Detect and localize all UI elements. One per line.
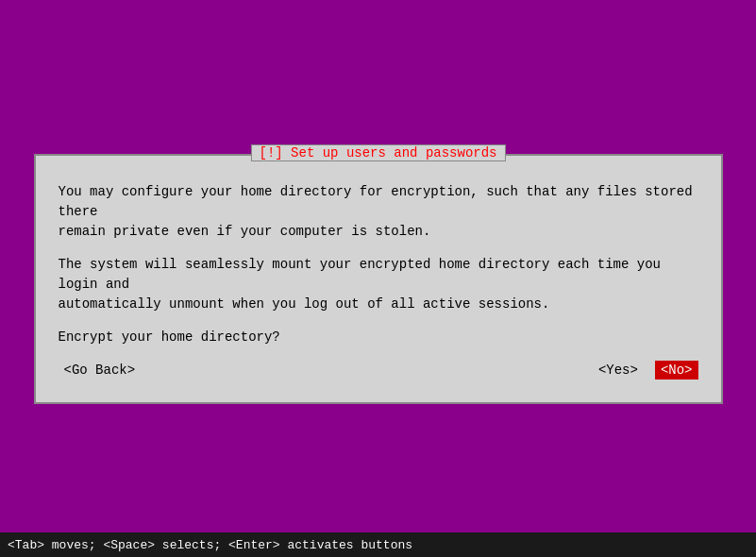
no-button[interactable]: <No> (655, 361, 698, 380)
dialog-body: You may configure your home directory fo… (59, 182, 698, 380)
paragraph-1: You may configure your home directory fo… (59, 182, 698, 242)
go-back-button[interactable]: <Go Back> (59, 361, 142, 380)
dialog-title: [!] Set up users and passwords (259, 145, 496, 160)
button-row: <Go Back> <Yes> <No> (59, 361, 698, 380)
status-bar: <Tab> moves; <Space> selects; <Enter> ac… (0, 532, 756, 557)
dialog: [!] Set up users and passwords You may c… (34, 154, 723, 404)
status-bar-text: <Tab> moves; <Space> selects; <Enter> ac… (8, 538, 412, 552)
dialog-title-bar: [!] Set up users and passwords (250, 144, 505, 161)
question-text: Encrypt your home directory? (59, 328, 698, 347)
right-buttons: <Yes> <No> (593, 361, 698, 380)
paragraph-2: The system will seamlessly mount your en… (59, 255, 698, 314)
yes-button[interactable]: <Yes> (593, 361, 644, 380)
